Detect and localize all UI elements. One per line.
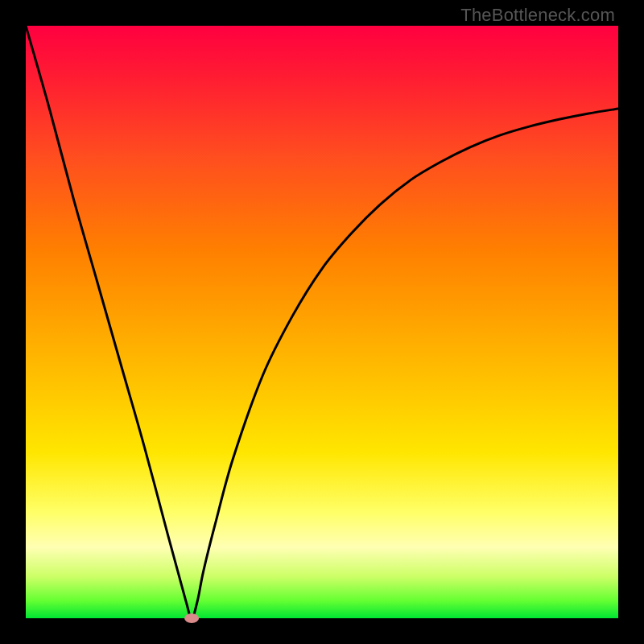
chart-frame: TheBottleneck.com — [0, 0, 644, 644]
watermark-text: TheBottleneck.com — [460, 5, 615, 26]
plot-area — [26, 26, 618, 618]
minimum-marker — [184, 613, 199, 623]
curve-svg — [26, 26, 618, 618]
bottleneck-curve — [26, 26, 618, 618]
